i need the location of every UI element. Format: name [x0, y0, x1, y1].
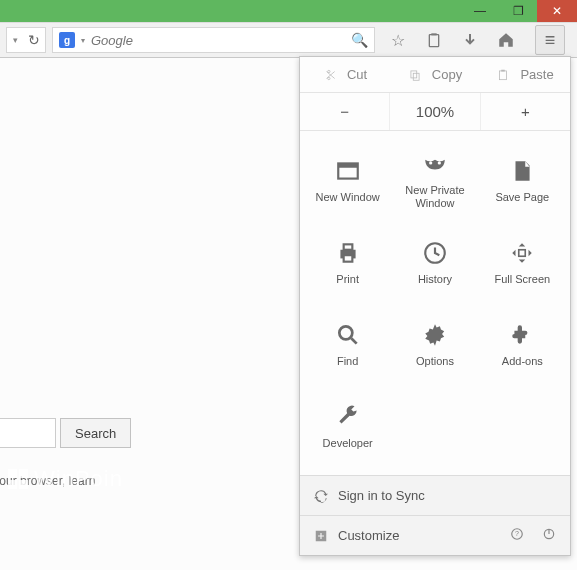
- zoom-level[interactable]: 100%: [390, 93, 480, 130]
- browser-toolbar: ▾ ↻ g ▾ 🔍 ☆ ≡: [0, 22, 577, 58]
- window-titlebar: — ❐ ✕: [0, 0, 577, 22]
- print-label: Print: [336, 273, 359, 286]
- fullscreen-button[interactable]: Full Screen: [479, 221, 566, 303]
- cut-button[interactable]: Cut: [300, 67, 390, 82]
- minimize-button[interactable]: —: [461, 0, 499, 22]
- hamburger-menu-panel: Cut Copy Paste − 100% + New Window New P…: [299, 56, 571, 556]
- svg-point-8: [429, 162, 432, 165]
- svg-rect-0: [429, 35, 438, 47]
- customize-row: Customize ?: [300, 515, 570, 555]
- svg-rect-5: [502, 69, 506, 71]
- copy-button[interactable]: Copy: [390, 67, 480, 82]
- watermark-text: WinPoin: [34, 466, 123, 492]
- urlbar-dropdown-icon: ▾: [13, 35, 18, 45]
- toolbar-actions: ☆ ≡: [381, 25, 571, 55]
- options-button[interactable]: Options: [391, 303, 478, 385]
- search-engine-icon[interactable]: g: [59, 32, 75, 48]
- clock-icon: [421, 239, 449, 267]
- menu-empty-slot: [479, 385, 566, 467]
- menu-empty-slot: [391, 385, 478, 467]
- new-private-window-button[interactable]: New Private Window: [391, 139, 478, 221]
- help-button[interactable]: ?: [510, 527, 524, 544]
- save-page-label: Save Page: [495, 191, 549, 204]
- new-private-window-label: New Private Window: [405, 184, 464, 209]
- sync-label: Sign in to Sync: [338, 488, 425, 503]
- find-label: Find: [337, 355, 358, 368]
- puzzle-icon: [508, 321, 536, 349]
- bookmarks-list-icon[interactable]: [423, 29, 445, 51]
- svg-rect-12: [343, 255, 352, 261]
- page-search-form: Search: [0, 418, 131, 448]
- sign-in-sync-button[interactable]: Sign in to Sync: [300, 475, 570, 515]
- paste-button[interactable]: Paste: [480, 67, 570, 82]
- search-engine-dropdown-icon[interactable]: ▾: [81, 36, 85, 45]
- zoom-row: − 100% +: [300, 93, 570, 131]
- svg-rect-3: [413, 73, 419, 80]
- history-label: History: [418, 273, 452, 286]
- svg-point-15: [339, 326, 352, 339]
- menu-grid: New Window New Private Window Save Page …: [300, 131, 570, 475]
- save-page-button[interactable]: Save Page: [479, 139, 566, 221]
- customize-button[interactable]: Customize: [314, 528, 399, 543]
- search-input[interactable]: [91, 33, 345, 48]
- bookmark-star-icon[interactable]: ☆: [387, 29, 409, 51]
- maximize-button[interactable]: ❐: [499, 0, 537, 22]
- plus-box-icon: [314, 529, 328, 543]
- zoom-out-button[interactable]: −: [300, 93, 390, 130]
- magnifier-icon: [334, 321, 362, 349]
- options-label: Options: [416, 355, 454, 368]
- watermark-logo-icon: [8, 469, 28, 489]
- home-icon[interactable]: [495, 29, 517, 51]
- svg-rect-2: [411, 70, 417, 77]
- find-button[interactable]: Find: [304, 303, 391, 385]
- wrench-icon: [334, 403, 362, 431]
- svg-rect-11: [343, 244, 352, 249]
- search-go-icon[interactable]: 🔍: [351, 32, 368, 48]
- developer-label: Developer: [323, 437, 373, 450]
- gear-icon: [421, 321, 449, 349]
- addons-button[interactable]: Add-ons: [479, 303, 566, 385]
- cut-label: Cut: [347, 67, 367, 82]
- search-box[interactable]: g ▾ 🔍: [52, 27, 375, 53]
- new-window-label: New Window: [316, 191, 380, 204]
- watermark: WinPoin: [8, 466, 123, 492]
- menu-button[interactable]: ≡: [535, 25, 565, 55]
- edit-row: Cut Copy Paste: [300, 57, 570, 93]
- close-button[interactable]: ✕: [537, 0, 577, 22]
- reload-icon[interactable]: ↻: [28, 32, 40, 48]
- page-icon: [508, 157, 536, 185]
- customize-label: Customize: [338, 528, 399, 543]
- print-button[interactable]: Print: [304, 221, 391, 303]
- svg-point-9: [438, 162, 441, 165]
- history-button[interactable]: History: [391, 221, 478, 303]
- page-search-input[interactable]: [0, 418, 56, 448]
- page-search-button[interactable]: Search: [60, 418, 131, 448]
- svg-rect-1: [431, 33, 436, 35]
- developer-button[interactable]: Developer: [304, 385, 391, 467]
- urlbar-end[interactable]: ▾ ↻: [6, 27, 46, 53]
- copy-label: Copy: [432, 67, 462, 82]
- printer-icon: [334, 239, 362, 267]
- window-icon: [334, 157, 362, 185]
- svg-text:?: ?: [515, 530, 519, 537]
- sync-icon: [314, 489, 328, 503]
- fullscreen-icon: [508, 239, 536, 267]
- mask-icon: [421, 150, 449, 178]
- svg-rect-4: [500, 70, 507, 79]
- zoom-in-button[interactable]: +: [481, 93, 570, 130]
- addons-label: Add-ons: [502, 355, 543, 368]
- fullscreen-label: Full Screen: [495, 273, 551, 286]
- downloads-icon[interactable]: [459, 29, 481, 51]
- paste-label: Paste: [520, 67, 553, 82]
- quit-button[interactable]: [542, 527, 556, 544]
- svg-rect-14: [519, 249, 526, 256]
- svg-rect-7: [338, 163, 358, 167]
- new-window-button[interactable]: New Window: [304, 139, 391, 221]
